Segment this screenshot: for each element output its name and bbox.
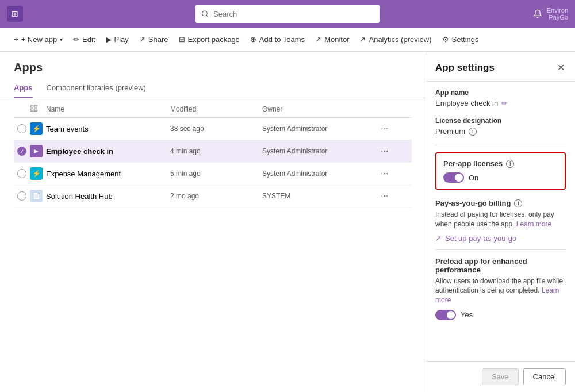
edit-button[interactable]: ✏ Edit (68, 32, 99, 47)
row-more-col: ··· (377, 145, 412, 157)
per-app-info-icon[interactable]: i (506, 160, 514, 168)
app-owner: System Administrator (262, 170, 377, 178)
more-button[interactable]: ··· (377, 190, 392, 202)
app-name: Expense Management (46, 170, 170, 178)
app-icon: ⚡ (30, 167, 43, 180)
cancel-button[interactable]: Cancel (523, 368, 566, 385)
search-icon (201, 10, 209, 18)
app-icon: 📄 (30, 190, 43, 202)
preload-toggle-label: Yes (461, 310, 473, 319)
license-info-icon[interactable]: i (469, 128, 477, 136)
app-icon: ► (30, 145, 43, 157)
preload-toggle-thumb (447, 311, 455, 319)
row-more-col: ··· (377, 122, 412, 135)
check-circle (17, 191, 26, 201)
row-checkbox[interactable]: ✓ (14, 147, 30, 156)
close-button[interactable]: ✕ (556, 61, 566, 74)
env-badge: Environ PayGo (547, 7, 568, 21)
billing-info-icon[interactable]: i (514, 199, 522, 207)
table-row[interactable]: ✓ ► Employee check in 4 min ago System A… (14, 140, 412, 163)
more-button[interactable]: ··· (377, 167, 392, 180)
row-icon-col: ⚡ (30, 122, 46, 135)
analytics-icon: ↗ (359, 35, 366, 44)
app-modified: 2 mo ago (170, 192, 262, 200)
row-more-col: ··· (377, 167, 412, 180)
header-name: Name (46, 105, 170, 113)
billing-title: Pay-as-you-go billing i (435, 199, 566, 207)
setup-link[interactable]: ↗ Set up pay-as-you-go (435, 234, 566, 243)
share-button[interactable]: ↗ Share (135, 32, 173, 47)
settings-button[interactable]: ⚙ Settings (438, 32, 484, 47)
setup-link-icon: ↗ (435, 234, 442, 243)
apps-table: Name Modified Owner ⚡ Team events 38 sec… (0, 98, 425, 207)
more-button[interactable]: ··· (377, 122, 392, 135)
app-name: Solution Health Hub (46, 192, 170, 201)
save-button[interactable]: Save (482, 368, 519, 385)
divider-1 (435, 145, 566, 145)
preload-title: Preload app for enhanced performance (435, 257, 566, 274)
monitor-icon: ↗ (315, 35, 321, 44)
add-teams-button[interactable]: ⊕ Add to Teams (246, 32, 309, 47)
settings-icon: ⚙ (442, 35, 449, 44)
table-row[interactable]: ⚡ Expense Management 5 min ago System Ad… (14, 163, 412, 185)
per-app-toggle-label: On (469, 174, 478, 182)
top-bar-right: Environ PayGo (533, 7, 568, 21)
row-icon-col: ► (30, 145, 46, 157)
table-row[interactable]: ⚡ Team events 38 sec ago System Administ… (14, 118, 412, 140)
billing-desc: Instead of paying for licenses, only pay… (435, 210, 566, 229)
app-name-section: App name Employee check in ✏ (435, 89, 566, 107)
panel-footer: Save Cancel (426, 361, 575, 392)
check-circle-selected: ✓ (17, 147, 26, 156)
license-section: License designation Premium i (435, 117, 566, 136)
divider-2 (435, 249, 566, 250)
share-icon: ↗ (139, 35, 145, 44)
search-box[interactable] (195, 5, 379, 23)
check-circle (17, 169, 26, 178)
row-checkbox[interactable] (14, 169, 30, 178)
analytics-button[interactable]: ↗ Analytics (preview) (355, 32, 436, 47)
svg-point-0 (202, 11, 208, 16)
row-icon-col: ⚡ (30, 167, 46, 180)
per-app-toggle[interactable] (443, 172, 464, 183)
header-modified: Modified (170, 105, 262, 113)
left-panel: Apps Apps Component libraries (preview) … (0, 52, 425, 392)
plus-icon: + (14, 35, 18, 44)
svg-rect-5 (34, 109, 37, 111)
app-name-value: Employee check in ✏ (435, 99, 566, 107)
preload-toggle-row: Yes (435, 310, 566, 320)
app-name: Team events (46, 125, 170, 133)
app-owner: System Administrator (262, 147, 377, 155)
export-button[interactable]: ⊞ Export package (174, 32, 244, 47)
new-app-button[interactable]: + + New app ▾ (9, 32, 67, 47)
row-checkbox[interactable] (14, 191, 30, 201)
preload-desc: Allow users to download the app file whi… (435, 276, 566, 305)
app-icon: ⚡ (30, 122, 43, 135)
search-input[interactable] (213, 10, 374, 18)
teams-icon: ⊕ (250, 35, 256, 44)
app-owner: SYSTEM (262, 192, 377, 200)
play-button[interactable]: ▶ Play (101, 32, 133, 47)
page-title: Apps (0, 52, 425, 74)
tab-component-libraries[interactable]: Component libraries (preview) (47, 79, 146, 98)
table-row[interactable]: 📄 Solution Health Hub 2 mo ago SYSTEM ··… (14, 185, 412, 207)
app-modified: 38 sec ago (170, 125, 262, 133)
tab-apps[interactable]: Apps (14, 79, 33, 98)
app-name-label: App name (435, 89, 566, 97)
main-layout: Apps Apps Component libraries (preview) … (0, 52, 575, 392)
preload-toggle[interactable] (435, 310, 456, 320)
more-button[interactable]: ··· (377, 145, 392, 157)
top-bar: ⊞ Environ PayGo (0, 0, 575, 28)
check-circle (17, 124, 26, 133)
monitor-button[interactable]: ↗ Monitor (310, 32, 354, 47)
row-checkbox[interactable] (14, 124, 30, 133)
toolbar: + + New app ▾ ✏ Edit ▶ Play ↗ Share ⊞ Ex… (0, 28, 575, 52)
learn-more-link-1[interactable]: Learn more (516, 220, 551, 228)
toggle-thumb (455, 174, 463, 182)
svg-rect-3 (34, 105, 37, 107)
row-icon-col: 📄 (30, 190, 46, 202)
row-more-col: ··· (377, 190, 412, 202)
panel-title: App settings (435, 62, 494, 74)
edit-name-icon[interactable]: ✏ (501, 99, 508, 107)
grid-icon (30, 104, 38, 112)
bell-icon[interactable] (533, 9, 542, 18)
